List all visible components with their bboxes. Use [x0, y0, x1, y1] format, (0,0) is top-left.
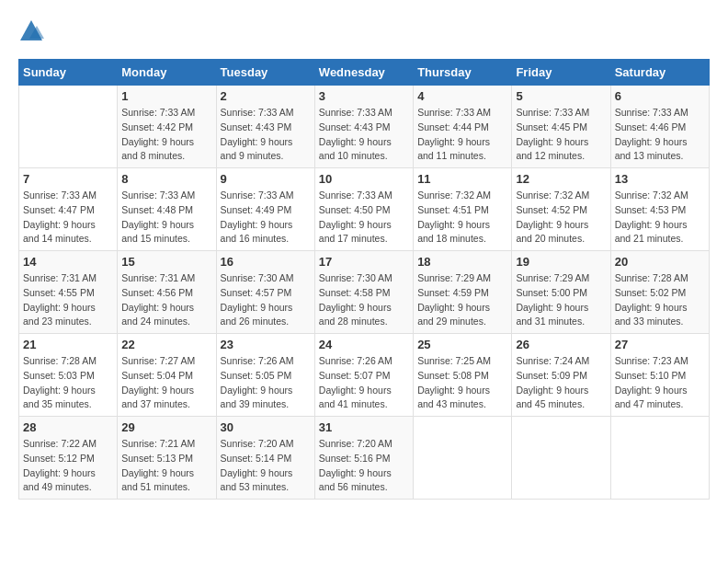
day-info: Sunrise: 7:29 AMSunset: 4:59 PMDaylight:…	[417, 271, 507, 329]
day-number: 1	[121, 89, 211, 103]
day-number: 28	[23, 420, 113, 434]
day-info: Sunrise: 7:29 AMSunset: 5:00 PMDaylight:…	[516, 271, 606, 329]
day-cell: 30Sunrise: 7:20 AMSunset: 5:14 PMDayligh…	[216, 417, 314, 500]
day-cell: 10Sunrise: 7:33 AMSunset: 4:50 PMDayligh…	[314, 168, 413, 251]
day-cell: 24Sunrise: 7:26 AMSunset: 5:07 PMDayligh…	[314, 334, 413, 417]
day-cell: 31Sunrise: 7:20 AMSunset: 5:16 PMDayligh…	[314, 417, 413, 500]
day-info: Sunrise: 7:33 AMSunset: 4:45 PMDaylight:…	[516, 106, 606, 164]
day-cell: 20Sunrise: 7:28 AMSunset: 5:02 PMDayligh…	[610, 251, 709, 334]
day-number: 4	[417, 89, 507, 103]
day-number: 13	[615, 172, 705, 186]
day-info: Sunrise: 7:30 AMSunset: 4:58 PMDaylight:…	[319, 271, 409, 329]
day-cell: 4Sunrise: 7:33 AMSunset: 4:44 PMDaylight…	[414, 86, 512, 168]
day-info: Sunrise: 7:27 AMSunset: 5:04 PMDaylight:…	[121, 354, 211, 412]
day-cell: 21Sunrise: 7:28 AMSunset: 5:03 PMDayligh…	[19, 334, 118, 417]
day-info: Sunrise: 7:26 AMSunset: 5:05 PMDaylight:…	[221, 354, 311, 412]
day-number: 17	[319, 255, 409, 269]
day-cell: 15Sunrise: 7:31 AMSunset: 4:56 PMDayligh…	[118, 251, 216, 334]
day-info: Sunrise: 7:28 AMSunset: 5:03 PMDaylight:…	[23, 354, 113, 412]
day-cell: 3Sunrise: 7:33 AMSunset: 4:43 PMDaylight…	[314, 86, 413, 168]
day-info: Sunrise: 7:30 AMSunset: 4:57 PMDaylight:…	[221, 271, 311, 329]
day-info: Sunrise: 7:28 AMSunset: 5:02 PMDaylight:…	[615, 271, 705, 329]
day-number: 12	[516, 172, 606, 186]
week-row-5: 28Sunrise: 7:22 AMSunset: 5:12 PMDayligh…	[19, 417, 710, 500]
header-tuesday: Tuesday	[216, 60, 314, 86]
day-cell: 25Sunrise: 7:25 AMSunset: 5:08 PMDayligh…	[414, 334, 512, 417]
day-number: 10	[319, 172, 409, 186]
day-number: 30	[221, 420, 311, 434]
header-row: SundayMondayTuesdayWednesdayThursdayFrid…	[19, 60, 710, 86]
day-info: Sunrise: 7:31 AMSunset: 4:56 PMDaylight:…	[121, 271, 211, 329]
day-number: 31	[319, 420, 409, 434]
logo-icon	[18, 18, 44, 44]
calendar-table: SundayMondayTuesdayWednesdayThursdayFrid…	[18, 59, 710, 500]
day-info: Sunrise: 7:33 AMSunset: 4:44 PMDaylight:…	[417, 106, 507, 164]
day-number: 8	[121, 172, 211, 186]
day-number: 27	[615, 338, 705, 351]
day-number: 16	[221, 255, 311, 269]
day-cell: 1Sunrise: 7:33 AMSunset: 4:42 PMDaylight…	[118, 86, 216, 168]
day-cell	[414, 417, 512, 500]
day-number: 20	[615, 255, 705, 269]
day-info: Sunrise: 7:33 AMSunset: 4:42 PMDaylight:…	[121, 106, 211, 164]
header-sunday: Sunday	[19, 60, 118, 86]
day-info: Sunrise: 7:33 AMSunset: 4:49 PMDaylight:…	[221, 189, 311, 247]
day-cell: 23Sunrise: 7:26 AMSunset: 5:05 PMDayligh…	[216, 334, 314, 417]
day-number: 19	[516, 255, 606, 269]
day-info: Sunrise: 7:22 AMSunset: 5:12 PMDaylight:…	[23, 437, 113, 495]
header-wednesday: Wednesday	[314, 60, 413, 86]
day-info: Sunrise: 7:33 AMSunset: 4:48 PMDaylight:…	[121, 189, 211, 247]
day-number: 24	[319, 338, 409, 351]
day-cell: 7Sunrise: 7:33 AMSunset: 4:47 PMDaylight…	[19, 168, 118, 251]
day-number: 15	[121, 255, 211, 269]
week-row-3: 14Sunrise: 7:31 AMSunset: 4:55 PMDayligh…	[19, 251, 710, 334]
day-number: 5	[516, 89, 606, 103]
day-cell: 14Sunrise: 7:31 AMSunset: 4:55 PMDayligh…	[19, 251, 118, 334]
day-info: Sunrise: 7:20 AMSunset: 5:14 PMDaylight:…	[221, 437, 311, 495]
header-saturday: Saturday	[610, 60, 709, 86]
day-info: Sunrise: 7:26 AMSunset: 5:07 PMDaylight:…	[319, 354, 409, 412]
day-cell: 19Sunrise: 7:29 AMSunset: 5:00 PMDayligh…	[512, 251, 610, 334]
day-cell: 18Sunrise: 7:29 AMSunset: 4:59 PMDayligh…	[414, 251, 512, 334]
day-number: 9	[221, 172, 311, 186]
day-cell	[19, 86, 118, 168]
day-cell: 26Sunrise: 7:24 AMSunset: 5:09 PMDayligh…	[512, 334, 610, 417]
day-cell: 11Sunrise: 7:32 AMSunset: 4:51 PMDayligh…	[414, 168, 512, 251]
day-number: 21	[23, 338, 113, 351]
day-number: 18	[417, 255, 507, 269]
day-cell	[610, 417, 709, 500]
day-number: 29	[121, 420, 211, 434]
day-number: 2	[221, 89, 311, 103]
day-number: 23	[221, 338, 311, 351]
day-cell: 8Sunrise: 7:33 AMSunset: 4:48 PMDaylight…	[118, 168, 216, 251]
day-cell: 9Sunrise: 7:33 AMSunset: 4:49 PMDaylight…	[216, 168, 314, 251]
day-cell: 6Sunrise: 7:33 AMSunset: 4:46 PMDaylight…	[610, 86, 709, 168]
day-cell: 13Sunrise: 7:32 AMSunset: 4:53 PMDayligh…	[610, 168, 709, 251]
day-cell: 5Sunrise: 7:33 AMSunset: 4:45 PMDaylight…	[512, 86, 610, 168]
day-info: Sunrise: 7:33 AMSunset: 4:47 PMDaylight:…	[23, 189, 113, 247]
header-thursday: Thursday	[414, 60, 512, 86]
day-number: 3	[319, 89, 409, 103]
day-number: 11	[417, 172, 507, 186]
day-cell: 2Sunrise: 7:33 AMSunset: 4:43 PMDaylight…	[216, 86, 314, 168]
day-info: Sunrise: 7:32 AMSunset: 4:52 PMDaylight:…	[516, 189, 606, 247]
day-cell: 16Sunrise: 7:30 AMSunset: 4:57 PMDayligh…	[216, 251, 314, 334]
day-cell: 17Sunrise: 7:30 AMSunset: 4:58 PMDayligh…	[314, 251, 413, 334]
logo	[18, 18, 48, 44]
day-cell	[512, 417, 610, 500]
day-info: Sunrise: 7:24 AMSunset: 5:09 PMDaylight:…	[516, 354, 606, 412]
day-info: Sunrise: 7:23 AMSunset: 5:10 PMDaylight:…	[615, 354, 705, 412]
day-number: 14	[23, 255, 113, 269]
day-cell: 12Sunrise: 7:32 AMSunset: 4:52 PMDayligh…	[512, 168, 610, 251]
day-info: Sunrise: 7:33 AMSunset: 4:50 PMDaylight:…	[319, 189, 409, 247]
header-friday: Friday	[512, 60, 610, 86]
day-cell: 22Sunrise: 7:27 AMSunset: 5:04 PMDayligh…	[118, 334, 216, 417]
day-info: Sunrise: 7:33 AMSunset: 4:43 PMDaylight:…	[319, 106, 409, 164]
day-cell: 27Sunrise: 7:23 AMSunset: 5:10 PMDayligh…	[610, 334, 709, 417]
week-row-2: 7Sunrise: 7:33 AMSunset: 4:47 PMDaylight…	[19, 168, 710, 251]
day-number: 25	[417, 338, 507, 351]
week-row-4: 21Sunrise: 7:28 AMSunset: 5:03 PMDayligh…	[19, 334, 710, 417]
week-row-1: 1Sunrise: 7:33 AMSunset: 4:42 PMDaylight…	[19, 86, 710, 168]
header-monday: Monday	[118, 60, 216, 86]
day-info: Sunrise: 7:20 AMSunset: 5:16 PMDaylight:…	[319, 437, 409, 495]
